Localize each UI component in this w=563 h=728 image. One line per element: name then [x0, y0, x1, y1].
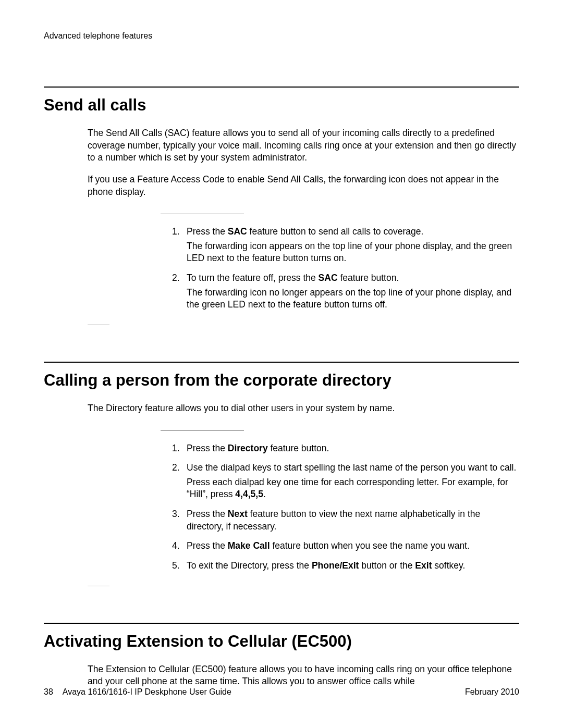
step-bold: Phone/Exit [312, 560, 359, 571]
step-item: Use the dialpad keys to start spelling t… [175, 462, 519, 501]
section-corporate-directory: Calling a person from the corporate dire… [44, 362, 519, 586]
step-subtext: Press each dialpad key one time for each… [187, 476, 519, 501]
step-bold: SAC [319, 273, 338, 283]
paragraph: If you use a Feature Access Code to enab… [88, 174, 519, 198]
step-text: Press the [187, 540, 228, 551]
heading-send-all-calls: Send all calls [44, 96, 519, 115]
step-text: feature button. [268, 443, 329, 453]
step-subtext: The forwarding icon no longer appears on… [187, 287, 519, 311]
step-text: feature button when you see the name you… [270, 540, 470, 551]
step-text: softkey. [432, 560, 465, 571]
step-item: Press the Directory feature button. [175, 442, 519, 455]
heading-corporate-directory: Calling a person from the corporate dire… [44, 371, 519, 390]
paragraph: The Directory feature allows you to dial… [88, 402, 519, 415]
paragraph: The Extension to Cellular (EC500) featur… [88, 663, 519, 688]
paragraph: The Send All Calls (SAC) feature allows … [88, 127, 519, 164]
footer-date: February 2010 [465, 687, 519, 697]
steps-list: Press the Directory feature button. Use … [175, 442, 519, 572]
step-item: Press the Next feature button to view th… [175, 508, 519, 533]
step-bold: Directory [228, 443, 268, 453]
step-text: button or the [359, 560, 415, 571]
chapter-title: Advanced telephone features [44, 31, 152, 40]
step-text: Press the [187, 226, 228, 237]
step-bold: Make Call [228, 540, 270, 551]
step-text: Use the dialpad keys to start spelling t… [187, 462, 516, 473]
step-bold: SAC [228, 226, 247, 237]
step-item: Press the SAC feature button to send all… [175, 226, 519, 265]
step-text: feature button. [338, 273, 399, 283]
step-bold: Next [228, 509, 248, 519]
step-text: To turn the feature off, press the [187, 273, 319, 283]
body-text: The Send All Calls (SAC) feature allows … [88, 127, 519, 325]
body-text: The Directory feature allows you to dial… [88, 402, 519, 586]
steps-divider-bottom [88, 325, 109, 325]
footer-left: 38 Avaya 1616/1616-I IP Deskphone User G… [44, 687, 231, 697]
step-sub-bold: 4,4,5,5 [235, 489, 263, 499]
steps-divider-top [161, 430, 244, 431]
steps-list: Press the SAC feature button to send all… [175, 226, 519, 311]
step-text: Press the [187, 443, 228, 453]
step-text: Press the [187, 509, 228, 519]
section-ec500: Activating Extension to Cellular (EC500)… [44, 623, 519, 688]
section-send-all-calls: Send all calls The Send All Calls (SAC) … [44, 87, 519, 325]
step-subtext: The forwarding icon appears on the top l… [187, 240, 519, 265]
steps-divider-bottom [88, 586, 109, 586]
page-footer: 38 Avaya 1616/1616-I IP Deskphone User G… [44, 687, 519, 697]
step-text: feature button to send all calls to cove… [247, 226, 424, 237]
heading-ec500: Activating Extension to Cellular (EC500) [44, 632, 519, 651]
doc-title: Avaya 1616/1616-I IP Deskphone User Guid… [63, 687, 231, 697]
step-sub-text: . [263, 489, 266, 499]
page-header: Advanced telephone features [44, 31, 519, 41]
step-item: To exit the Directory, press the Phone/E… [175, 560, 519, 572]
step-text: To exit the Directory, press the [187, 560, 312, 571]
step-item: Press the Make Call feature button when … [175, 540, 519, 552]
step-bold: Exit [415, 560, 432, 571]
steps-divider-top [161, 214, 244, 214]
step-item: To turn the feature off, press the SAC f… [175, 272, 519, 311]
body-text: The Extension to Cellular (EC500) featur… [88, 663, 519, 688]
page-number: 38 [44, 687, 53, 697]
